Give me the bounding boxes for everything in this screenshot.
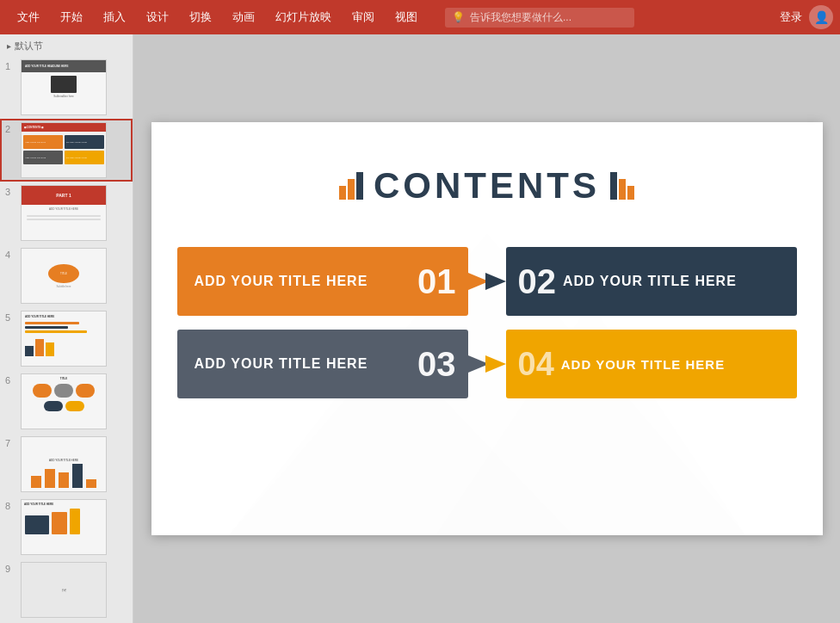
menu-animation[interactable]: 动画 <box>222 0 265 34</box>
slide-preview-6: TITLE <box>21 373 107 429</box>
chevron-icon: ▸ <box>7 41 11 51</box>
bar-4 <box>610 172 617 200</box>
connector-2 <box>468 351 506 377</box>
search-icon: 💡 <box>452 11 465 23</box>
content-rows: ADD YOUR TITLE HERE 01 <box>177 247 797 412</box>
slide-preview-2: ◼ CONTENTS ◼ ADD YOUR TITLE 01 02 ADD YO… <box>21 122 107 178</box>
bar-6 <box>627 186 634 200</box>
box-3-number: 03 <box>417 345 468 384</box>
menu-search-box[interactable]: 💡 告诉我您想要做什么... <box>445 8 634 28</box>
content-box-1[interactable]: ADD YOUR TITLE HERE 01 <box>177 247 468 316</box>
slide-preview-8: ADD YOUR TITLE HERE <box>21 499 107 555</box>
login-button[interactable]: 登录 <box>780 9 802 25</box>
slide-thumb-9[interactable]: 9 🗺 <box>0 558 133 621</box>
arrow-icon-1 <box>468 268 506 294</box>
slide-preview-5: ADD YOUR TITLE HERE <box>21 311 107 367</box>
box-3-wrap: ADD YOUR TITLE HERE 03 <box>177 330 468 398</box>
menu-review[interactable]: 审阅 <box>342 0 385 34</box>
content-row-2: ADD YOUR TITLE HERE 03 <box>177 330 797 398</box>
menu-file[interactable]: 文件 <box>7 0 50 34</box>
box-4-text: ADD YOUR TITLE HERE <box>561 357 797 372</box>
connector-1 <box>468 268 506 294</box>
chart-icon-right <box>610 172 634 200</box>
slide-thumb-7[interactable]: 7 ADD YOUR TITLE HERE <box>0 433 133 496</box>
avatar-icon: 👤 <box>814 10 829 24</box>
slide-preview-4: TITLE Subtitle here <box>21 248 107 304</box>
bar-2 <box>348 179 355 200</box>
search-placeholder: 告诉我您想要做什么... <box>470 10 571 25</box>
main-layout: ▸ 默认节 1 ADD YOUR TITLE HEADLINE HERE Sub… <box>0 34 840 623</box>
bar-5 <box>619 179 626 200</box>
slide-preview-7: ADD YOUR TITLE HERE <box>21 436 107 492</box>
slide-preview-3: PART 1 ADD YOUR TITLE HERE <box>21 185 107 241</box>
box-4-number: 04 <box>506 346 561 383</box>
box-3-text: ADD YOUR TITLE HERE <box>177 356 418 372</box>
slide-title-area: CONTENTS <box>151 165 823 207</box>
box-1-number: 01 <box>417 262 468 301</box>
slide-num-2: 2 <box>5 124 15 134</box>
slide-preview-1: ADD YOUR TITLE HEADLINE HERE Subheadline… <box>21 59 107 115</box>
slide-num-7: 7 <box>5 438 15 448</box>
box-2-number: 02 <box>506 262 564 301</box>
section-label: ▸ 默认节 <box>0 34 133 56</box>
slide-panel: ▸ 默认节 1 ADD YOUR TITLE HEADLINE HERE Sub… <box>0 34 133 623</box>
content-row-1: ADD YOUR TITLE HERE 01 <box>177 247 797 316</box>
slide-title: CONTENTS <box>374 165 600 207</box>
menu-design[interactable]: 设计 <box>136 0 179 34</box>
menu-view[interactable]: 视图 <box>385 0 428 34</box>
bar-1 <box>339 186 346 200</box>
content-box-3[interactable]: ADD YOUR TITLE HERE 03 <box>177 330 468 398</box>
menu-right-area: 登录 👤 <box>780 5 833 29</box>
slide-canvas: CONTENTS ADD YOUR TITLE HERE 01 <box>151 122 823 535</box>
slide-num-5: 5 <box>5 312 15 323</box>
slide-num-3: 3 <box>5 187 15 197</box>
chart-icon-left <box>339 172 363 200</box>
menu-switch[interactable]: 切换 <box>179 0 222 34</box>
slide-num-8: 8 <box>5 501 15 511</box>
slide-num-9: 9 <box>5 564 15 574</box>
menu-start[interactable]: 开始 <box>50 0 93 34</box>
canvas-area[interactable]: CONTENTS ADD YOUR TITLE HERE 01 <box>133 34 840 623</box>
svg-marker-6 <box>485 355 506 373</box>
box-1-text: ADD YOUR TITLE HERE <box>177 274 418 289</box>
content-box-4[interactable]: 04 ADD YOUR TITLE HERE <box>506 330 797 398</box>
slide-num-6: 6 <box>5 375 15 386</box>
box-2-text: ADD YOUR TITLE HERE <box>563 274 797 289</box>
slide-thumb-1[interactable]: 1 ADD YOUR TITLE HEADLINE HERE Subheadli… <box>0 56 133 119</box>
svg-marker-4 <box>485 273 506 290</box>
box-1-wrap: ADD YOUR TITLE HERE 01 <box>177 247 468 316</box>
menu-bar: 文件 开始 插入 设计 切换 动画 幻灯片放映 审阅 视图 💡 告诉我您想要做什… <box>0 0 840 34</box>
slide-thumb-8[interactable]: 8 ADD YOUR TITLE HERE <box>0 496 133 558</box>
section-name: 默认节 <box>15 40 43 52</box>
slide-thumb-4[interactable]: 4 TITLE Subtitle here <box>0 244 133 307</box>
content-box-2[interactable]: 02 ADD YOUR TITLE HERE <box>506 247 797 316</box>
menu-slideshow[interactable]: 幻灯片放映 <box>265 0 342 34</box>
bar-3 <box>356 172 363 200</box>
slide-thumb-6[interactable]: 6 TITLE <box>0 370 133 433</box>
menu-insert[interactable]: 插入 <box>93 0 136 34</box>
slide-thumb-3[interactable]: 3 PART 1 ADD YOUR TITLE HERE <box>0 182 133 244</box>
slide-num-4: 4 <box>5 250 15 260</box>
arrow-icon-2 <box>468 351 506 377</box>
slide-thumb-2[interactable]: 2 ◼ CONTENTS ◼ ADD YOUR TITLE 01 02 ADD … <box>0 119 133 182</box>
box-4-wrap: 04 ADD YOUR TITLE HERE <box>506 330 797 398</box>
user-avatar[interactable]: 👤 <box>809 5 833 29</box>
box-2-wrap: 02 ADD YOUR TITLE HERE <box>506 247 797 316</box>
slide-thumb-5[interactable]: 5 ADD YOUR TITLE HERE <box>0 307 133 370</box>
slide-preview-9: 🗺 <box>21 562 107 618</box>
slide-num-1: 1 <box>5 61 15 71</box>
